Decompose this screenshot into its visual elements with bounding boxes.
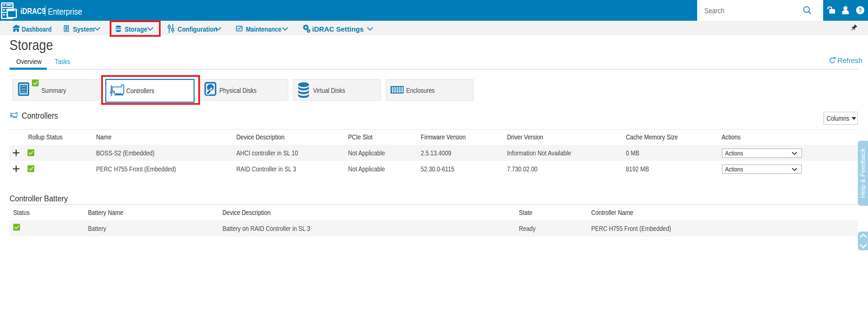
svg-text:?: ? bbox=[858, 7, 862, 13]
